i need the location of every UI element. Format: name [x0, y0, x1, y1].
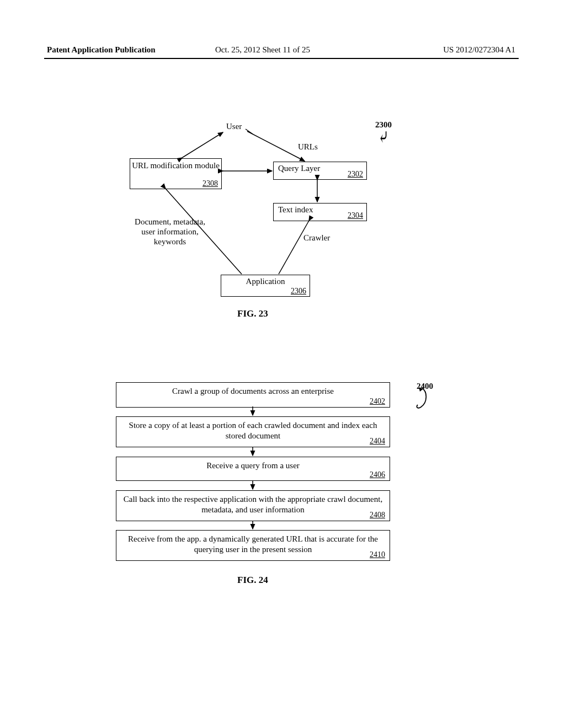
fig24-label: FIG. 24 — [237, 575, 268, 586]
fig24-arrows — [0, 0, 565, 607]
